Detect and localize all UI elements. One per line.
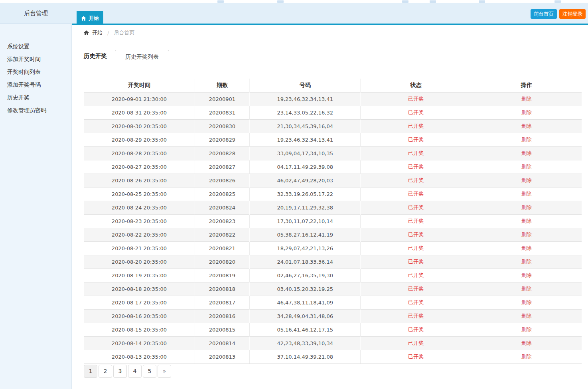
cell-issue: 20200817 — [195, 296, 249, 309]
cell-status: 已开奖 — [361, 119, 471, 133]
pagination-page-4[interactable]: 4 — [128, 365, 142, 378]
col-header-numbers: 号码 — [250, 79, 361, 92]
breadcrumb-separator: / — [106, 30, 110, 36]
pagination-page-5[interactable]: 5 — [143, 365, 156, 378]
delete-link[interactable]: 删除 — [521, 340, 532, 346]
cell-status: 已开奖 — [361, 350, 471, 363]
cell-status: 已开奖 — [361, 174, 471, 187]
cell-action: 删除 — [471, 92, 582, 106]
delete-link[interactable]: 删除 — [521, 123, 532, 129]
browser-artifact — [554, 0, 561, 3]
cell-numbers: 04,17,11,49,29,39,08 — [250, 160, 361, 174]
sidebar-item-0[interactable]: 系统设置 — [0, 40, 71, 53]
table-row: 2020-08-20 20:35:00 20200820 24,01,07,18… — [84, 255, 582, 269]
cell-draw-time: 2020-08-20 20:35:00 — [84, 255, 195, 269]
sidebar-item-2[interactable]: 开奖时间列表 — [0, 66, 71, 79]
cell-issue: 20200821 — [195, 241, 249, 255]
pagination: 12345» — [84, 365, 582, 378]
sidebar-section-head — [0, 24, 71, 35]
cell-issue: 20200824 — [195, 201, 249, 214]
delete-link[interactable]: 删除 — [521, 245, 532, 251]
cell-action: 删除 — [471, 296, 582, 309]
logout-button[interactable]: 注销登录 — [559, 9, 586, 19]
cell-status: 已开奖 — [361, 336, 471, 350]
browser-strip — [0, 0, 588, 3]
cell-draw-time: 2020-08-25 20:35:00 — [84, 187, 195, 201]
cell-status: 已开奖 — [361, 228, 471, 241]
cell-draw-time: 2020-08-24 20:35:00 — [84, 201, 195, 214]
cell-draw-time: 2020-08-22 20:35:00 — [84, 228, 195, 241]
delete-link[interactable]: 删除 — [521, 326, 532, 332]
delete-link[interactable]: 删除 — [521, 136, 532, 142]
cell-numbers: 34,28,49,04,31,48,06 — [250, 309, 361, 323]
cell-draw-time: 2020-08-27 20:35:00 — [84, 160, 195, 174]
table-row: 2020-08-19 20:35:00 20200819 02,46,27,16… — [84, 269, 582, 282]
cell-issue: 20200815 — [195, 323, 249, 336]
delete-link[interactable]: 删除 — [521, 259, 532, 265]
breadcrumb-home[interactable]: 开始 — [92, 29, 103, 36]
front-home-button[interactable]: 前台首页 — [531, 9, 557, 19]
cell-action: 删除 — [471, 228, 582, 241]
pagination-next-button[interactable]: » — [158, 365, 171, 378]
delete-link[interactable]: 删除 — [521, 177, 532, 183]
cell-draw-time: 2020-08-29 20:35:00 — [84, 133, 195, 146]
cell-issue: 20200819 — [195, 269, 249, 282]
delete-link[interactable]: 删除 — [521, 109, 532, 115]
cell-numbers: 19,23,46,32,34,13,41 — [250, 133, 361, 146]
cell-action: 删除 — [471, 187, 582, 201]
table-row: 2020-08-18 20:35:00 20200818 03,40,15,20… — [84, 282, 582, 296]
cell-status: 已开奖 — [361, 106, 471, 119]
cell-action: 删除 — [471, 282, 582, 296]
cell-numbers: 42,23,48,33,39,10,34 — [250, 336, 361, 350]
sidebar: 系统设置添加开奖时间开奖时间列表添加开奖号码历史开奖修改管理员密码 — [0, 24, 72, 389]
tab-history-draw-list[interactable]: 历史开奖列表 — [115, 50, 169, 64]
delete-link[interactable]: 删除 — [521, 150, 532, 156]
cell-issue: 20200825 — [195, 187, 249, 201]
pagination-page-1[interactable]: 1 — [84, 365, 97, 378]
cell-status: 已开奖 — [361, 255, 471, 269]
sidebar-item-5[interactable]: 修改管理员密码 — [0, 104, 71, 117]
cell-numbers: 18,29,07,42,21,13,26 — [250, 241, 361, 255]
cell-draw-time: 2020-08-30 20:35:00 — [84, 119, 195, 133]
table-row: 2020-08-21 20:35:00 20200821 18,29,07,42… — [84, 241, 582, 255]
tab-history-draw[interactable]: 历史开奖 — [84, 52, 115, 64]
delete-link[interactable]: 删除 — [521, 191, 532, 197]
brand-title: 后台管理 — [24, 3, 48, 24]
cell-draw-time: 2020-09-01 21:30:00 — [84, 92, 195, 106]
delete-link[interactable]: 删除 — [521, 218, 532, 224]
cell-draw-time: 2020-08-14 20:35:00 — [84, 336, 195, 350]
cell-issue: 20200829 — [195, 133, 249, 146]
delete-link[interactable]: 删除 — [521, 313, 532, 319]
sidebar-menu: 系统设置添加开奖时间开奖时间列表添加开奖号码历史开奖修改管理员密码 — [0, 35, 71, 117]
col-header-issue: 期数 — [195, 79, 249, 92]
cell-numbers: 05,16,41,46,12,17,15 — [250, 323, 361, 336]
cell-status: 已开奖 — [361, 92, 471, 106]
sidebar-item-1[interactable]: 添加开奖时间 — [0, 53, 71, 66]
delete-link[interactable]: 删除 — [521, 353, 532, 359]
delete-link[interactable]: 删除 — [521, 299, 532, 305]
table-row: 2020-08-23 20:35:00 20200823 17,30,11,07… — [84, 214, 582, 228]
cell-status: 已开奖 — [361, 323, 471, 336]
cell-action: 删除 — [471, 214, 582, 228]
start-tab[interactable]: 开始 — [77, 11, 103, 25]
table-header-row: 开奖时间 期数 号码 状态 操作 — [84, 79, 582, 92]
cell-numbers: 03,40,15,20,32,19,25 — [250, 282, 361, 296]
delete-link[interactable]: 删除 — [521, 286, 532, 292]
cell-issue: 20200828 — [195, 146, 249, 160]
cell-status: 已开奖 — [361, 296, 471, 309]
pagination-page-3[interactable]: 3 — [113, 365, 127, 378]
cell-action: 删除 — [471, 255, 582, 269]
cell-action: 删除 — [471, 133, 582, 146]
table-row: 2020-08-27 20:35:00 20200827 04,17,11,49… — [84, 160, 582, 174]
table-row: 2020-08-22 20:35:00 20200822 05,38,27,16… — [84, 228, 582, 241]
table-row: 2020-08-17 20:35:00 20200817 46,47,38,11… — [84, 296, 582, 309]
delete-link[interactable]: 删除 — [521, 204, 532, 210]
pagination-page-2[interactable]: 2 — [99, 365, 112, 378]
sidebar-item-3[interactable]: 添加开奖号码 — [0, 79, 71, 91]
sidebar-item-4[interactable]: 历史开奖 — [0, 91, 71, 104]
delete-link[interactable]: 删除 — [521, 96, 532, 102]
delete-link[interactable]: 删除 — [521, 231, 532, 237]
delete-link[interactable]: 删除 — [521, 272, 532, 278]
cell-numbers: 46,47,38,11,18,41,09 — [250, 296, 361, 309]
delete-link[interactable]: 删除 — [521, 164, 532, 170]
